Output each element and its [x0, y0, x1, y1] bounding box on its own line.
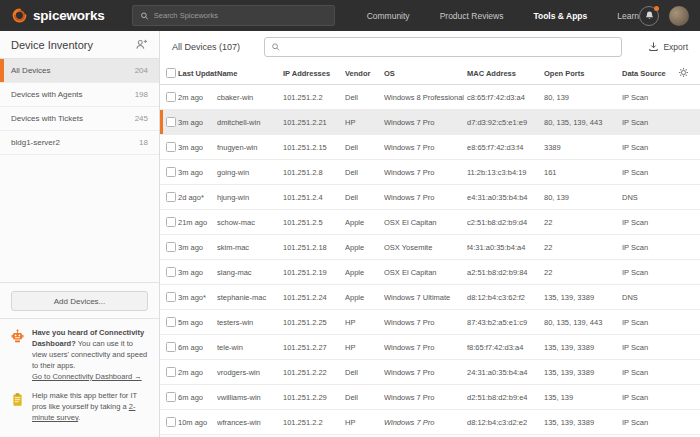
column-header-data-source[interactable]: Data Source	[622, 69, 678, 78]
cell-mac-address: d7:d3:92:c5:e1:e9	[467, 118, 544, 127]
row-checkbox[interactable]	[166, 317, 176, 327]
cell-os: Windows 7 Pro	[384, 418, 467, 427]
cell-mac-address: 24:31:a0:35:b4:a4	[467, 368, 544, 377]
table-row[interactable]: 10m agowfrances-win101.251.2.2HPWindows …	[160, 410, 700, 435]
user-avatar[interactable]	[669, 6, 689, 26]
cell-mac-address: 11:2b:13:c3:b4:19	[467, 168, 544, 177]
row-checkbox[interactable]	[166, 117, 176, 127]
column-header-last-updated[interactable]: Last Updated	[178, 69, 217, 78]
cell-mac-address: c2:51:b8:d2:b9:d4	[467, 218, 544, 227]
cell-data-source: IP Scan	[622, 368, 678, 377]
row-checkbox[interactable]	[166, 267, 176, 277]
topbar: spiceworks CommunityProduct ReviewsTools…	[0, 0, 700, 31]
cell-ip-address: 101.251.2.21	[283, 118, 345, 127]
row-checkbox[interactable]	[166, 242, 176, 252]
row-checkbox-cell	[160, 217, 178, 227]
table-row[interactable]: 3m agofnugyen-win101.251.2.15DellWindows…	[160, 135, 700, 160]
table-row[interactable]: 3m agoskim-mac101.251.2.18AppleOSX Yosem…	[160, 235, 700, 260]
row-checkbox[interactable]	[166, 367, 176, 377]
row-checkbox[interactable]	[166, 142, 176, 152]
gear-icon[interactable]	[678, 67, 689, 80]
sidebar-bottom: Add Devices...	[0, 282, 159, 437]
row-checkbox-cell	[160, 92, 178, 102]
table-row[interactable]: 3m agogoing-win101.251.2.8DellWindows 7 …	[160, 160, 700, 185]
sidebar-item-count: 18	[139, 138, 148, 147]
row-checkbox[interactable]	[166, 292, 176, 302]
sidebar-item-devices-with-tickets[interactable]: Devices with Tickets245	[0, 107, 159, 131]
nav-item-product-reviews[interactable]: Product Reviews	[440, 11, 504, 21]
row-checkbox-cell	[160, 142, 178, 152]
cell-mac-address: e8:65:f7:42:d3:f4	[467, 143, 544, 152]
search-icon	[271, 42, 281, 52]
table-row[interactable]: 2m agocbaker-win101.251.2.2DellWindows 8…	[160, 85, 700, 110]
column-header-name[interactable]: Name	[217, 69, 283, 78]
cell-open-ports: 22	[544, 218, 622, 227]
table-row[interactable]: 21m agoschow-mac101.251.2.5AppleOSX El C…	[160, 210, 700, 235]
table-row[interactable]: 3m agoslang-mac101.251.2.19AppleOSX El C…	[160, 260, 700, 285]
add-devices-button[interactable]: Add Devices...	[11, 291, 148, 311]
table-header-row: Last UpdatedNameIP AddressesVendorOSMAC …	[160, 62, 700, 85]
cell-vendor: Dell	[345, 393, 384, 402]
cell-mac-address: 87:43:b2:a5:e1:c9	[467, 318, 544, 327]
column-header-open-ports[interactable]: Open Ports	[544, 69, 622, 78]
table-row[interactable]: 6m agovwilliams-win101.251.2.29DellWindo…	[160, 385, 700, 410]
row-checkbox[interactable]	[166, 167, 176, 177]
cell-name: going-win	[217, 168, 283, 177]
cell-mac-address: f4:31:a0:35:b4:a4	[467, 243, 544, 252]
cell-open-ports: 80, 139	[544, 93, 622, 102]
topbar-search[interactable]	[132, 5, 335, 26]
cell-last-updated: 2d ago*	[178, 193, 217, 202]
survey-after-text: .	[78, 413, 80, 422]
sidebar-item-all-devices[interactable]: All Devices204	[0, 59, 159, 83]
sidebar-item-count: 245	[135, 114, 148, 123]
notifications-button[interactable]	[639, 6, 659, 26]
cell-ip-address: 101.251.2.4	[283, 193, 345, 202]
devices-search-input[interactable]	[286, 42, 616, 51]
row-checkbox[interactable]	[166, 392, 176, 402]
row-checkbox[interactable]	[166, 92, 176, 102]
cell-name: cbaker-win	[217, 93, 283, 102]
select-all-checkbox[interactable]	[166, 68, 176, 78]
cell-open-ports: 135, 139	[544, 393, 622, 402]
cell-data-source: IP Scan	[622, 143, 678, 152]
cell-name: hjung-win	[217, 193, 283, 202]
connectivity-promo-text: Have you heard of Connectivity Dashboard…	[32, 328, 149, 382]
connectivity-dashboard-link[interactable]: Go to Connectivity Dashboard →	[32, 372, 142, 381]
cell-vendor: HP	[345, 118, 384, 127]
cell-vendor: Apple	[345, 243, 384, 252]
cell-vendor: HP	[345, 343, 384, 352]
add-user-icon[interactable]	[135, 38, 148, 51]
export-button[interactable]: Export	[648, 41, 688, 52]
column-header-ip-addresses[interactable]: IP Addresses	[283, 69, 345, 78]
row-checkbox[interactable]	[166, 217, 176, 227]
row-checkbox[interactable]	[166, 192, 176, 202]
cell-os: OSX Yosemite	[384, 243, 467, 252]
sidebar-item-bldg1-server2[interactable]: bldg1-server218	[0, 131, 159, 155]
cell-ip-address: 101.251.2.27	[283, 343, 345, 352]
topbar-search-input[interactable]	[154, 11, 327, 20]
row-checkbox[interactable]	[166, 342, 176, 352]
nav-item-learn[interactable]: Learn	[617, 11, 639, 21]
cell-open-ports: 80, 139	[544, 193, 622, 202]
table-row[interactable]: 3m agodmitchell-win101.251.2.21HPWindows…	[160, 110, 700, 135]
table-row[interactable]: 6m agotele-win101.251.2.27HPWindows 7 Pr…	[160, 335, 700, 360]
nav-item-tools-apps[interactable]: Tools & Apps	[533, 11, 587, 21]
table-row[interactable]: 5m agotesters-win101.251.2.25HPWindows 7…	[160, 310, 700, 335]
cell-vendor: Apple	[345, 268, 384, 277]
devices-search[interactable]	[264, 37, 622, 57]
robot-icon	[10, 328, 25, 382]
spiceworks-logo[interactable]: spiceworks	[11, 7, 105, 24]
cell-name: stephanie-mac	[217, 293, 283, 302]
export-label: Export	[663, 42, 688, 52]
sidebar-item-devices-with-agents[interactable]: Devices with Agents198	[0, 83, 159, 107]
table-row[interactable]: 2m agovrodgers-win101.251.2.22DellWindow…	[160, 360, 700, 385]
row-checkbox[interactable]	[166, 417, 176, 427]
cell-os: Windows 7 Pro	[384, 168, 467, 177]
column-header-mac-address[interactable]: MAC Address	[467, 69, 544, 78]
column-header-os[interactable]: OS	[384, 69, 467, 78]
nav-item-community[interactable]: Community	[367, 11, 410, 21]
cell-os: Windows 7 Pro	[384, 368, 467, 377]
table-row[interactable]: 2d ago*hjung-win101.251.2.4DellWindows 7…	[160, 185, 700, 210]
table-row[interactable]: 3m ago*stephanie-mac101.251.2.24AppleWin…	[160, 285, 700, 310]
column-header-vendor[interactable]: Vendor	[345, 69, 384, 78]
